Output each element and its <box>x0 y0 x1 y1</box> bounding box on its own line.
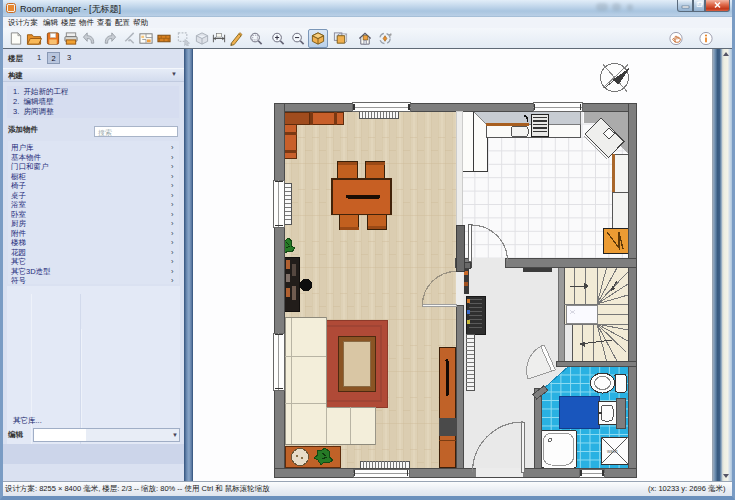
svg-text:wash: wash <box>607 449 618 454</box>
